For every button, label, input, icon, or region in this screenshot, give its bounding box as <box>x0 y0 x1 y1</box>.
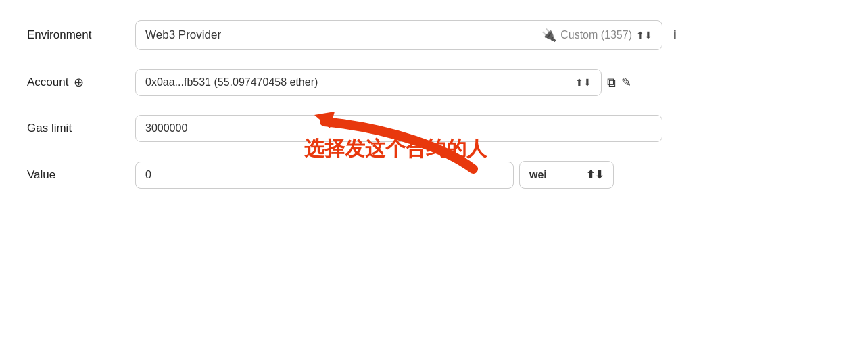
value-input-box[interactable]: 0 <box>135 162 514 189</box>
main-container: Environment Web3 Provider 🔌 Custom (1357… <box>0 0 868 228</box>
account-spinner-icon: ⬆⬇ <box>575 77 592 88</box>
account-value: 0x0aa...fb531 (55.097470458 ether) <box>145 76 575 89</box>
value-amount: 0 <box>145 169 504 181</box>
gas-limit-row: Gas limit 3000000 <box>27 115 841 142</box>
environment-label: Environment <box>27 28 135 42</box>
gas-limit-input-box[interactable]: 3000000 <box>135 115 662 142</box>
copy-icon[interactable]: ⧉ <box>607 76 616 90</box>
account-right-icons: ⬆⬇ <box>575 77 592 88</box>
unit-label: wei <box>529 169 547 181</box>
account-input-group: 0x0aa...fb531 (55.097470458 ether) ⬆⬇ ⧉ … <box>135 69 841 96</box>
env-right-icons: 🔌 Custom (1357) ⬆⬇ <box>541 28 652 43</box>
gas-limit-value: 3000000 <box>145 122 652 135</box>
add-account-icon[interactable]: ⊕ <box>74 75 84 90</box>
value-input-group: 0 wei ⬆⬇ <box>135 161 841 189</box>
edit-icon[interactable]: ✎ <box>621 75 631 90</box>
gas-limit-label: Gas limit <box>27 122 135 135</box>
custom-text: Custom (1357) <box>560 29 632 41</box>
environment-input-group: Web3 Provider 🔌 Custom (1357) ⬆⬇ i <box>135 20 841 50</box>
value-label: Value <box>27 168 135 182</box>
unit-select[interactable]: wei ⬆⬇ <box>519 161 614 189</box>
gas-limit-input-group: 3000000 <box>135 115 841 142</box>
provider-text: Web3 Provider <box>145 28 221 42</box>
environment-row: Environment Web3 Provider 🔌 Custom (1357… <box>27 20 841 50</box>
account-label: Account ⊕ <box>27 75 135 90</box>
plug-icon: 🔌 <box>541 28 556 43</box>
value-row: Value 0 wei ⬆⬇ <box>27 161 841 189</box>
unit-spinner-icon: ⬆⬇ <box>586 168 604 181</box>
account-row: Account ⊕ 0x0aa...fb531 (55.097470458 et… <box>27 69 841 96</box>
environment-input-box[interactable]: Web3 Provider 🔌 Custom (1357) ⬆⬇ <box>135 20 662 50</box>
spinner-icon: ⬆⬇ <box>636 30 652 41</box>
account-input-box[interactable]: 0x0aa...fb531 (55.097470458 ether) ⬆⬇ <box>135 69 602 96</box>
info-icon[interactable]: i <box>673 28 677 42</box>
